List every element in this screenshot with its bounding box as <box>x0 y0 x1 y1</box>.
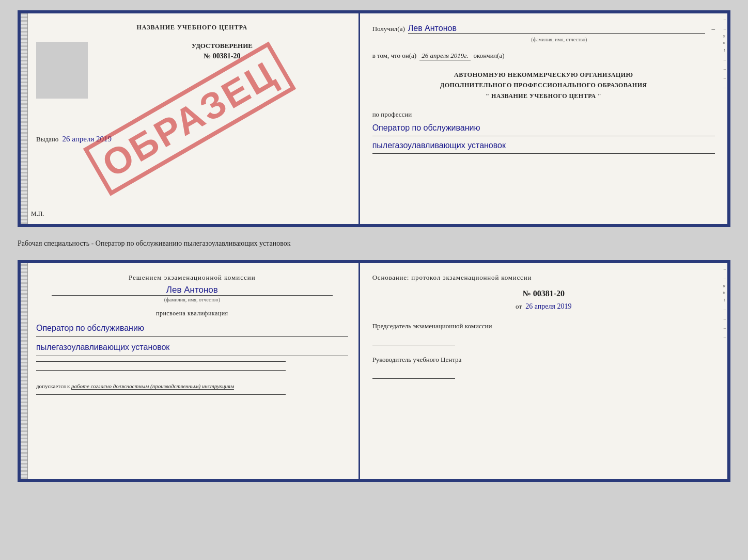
org-block: АВТОНОМНУЮ НЕКОММЕРЧЕСКУЮ ОРГАНИЗАЦИЮ ДО… <box>372 70 715 101</box>
top-document: НАЗВАНИЕ УЧЕБНОГО ЦЕНТРА УДОСТОВЕРЕНИЕ №… <box>18 10 730 227</box>
bottom-fio-subtitle: (фамилия, имя, отчество) <box>52 295 333 302</box>
dopusk-text: работе согласно должностным (производств… <box>71 383 234 390</box>
vtom-row: в том, что он(а) 26 апреля 2019г. окончи… <box>372 52 715 60</box>
udostoverenie-label: УДОСТОВЕРЕНИЕ <box>96 42 348 50</box>
sig-line-2 <box>36 370 286 371</box>
sig-line-3 <box>36 394 286 395</box>
bottom-document: Решением экзаменационной комиссии Лев Ан… <box>18 260 730 482</box>
bottom-doc-left: Решением экзаменационной комиссии Лев Ан… <box>21 263 360 479</box>
org-line1: АВТОНОМНУЮ НЕКОММЕРЧЕСКУЮ ОРГАНИЗАЦИЮ <box>372 70 715 80</box>
prisvoena-label: присвоена квалификация <box>36 310 348 317</box>
ot-label: от <box>516 302 522 310</box>
mp-label: М.П. <box>31 210 44 218</box>
chairman-block: Председатель экзаменационной комиссии <box>372 322 715 345</box>
vydano-date: 26 апреля 2019 <box>63 135 112 143</box>
doc-number: № 00381-20 <box>96 52 348 60</box>
vydano-label: Выдано <box>36 135 58 143</box>
bottom-date: 26 апреля 2019 <box>525 302 571 310</box>
dopuskaetsya-label: допускается к <box>36 383 70 389</box>
poluchil-label: Получил(а) <box>372 25 405 33</box>
chairman-sig-line <box>372 345 455 345</box>
protocol-number: № 00381-20 <box>372 289 715 298</box>
document-container: НАЗВАНИЕ УЧЕБНОГО ЦЕНТРА УДОСТОВЕРЕНИЕ №… <box>18 10 730 482</box>
middle-text: Рабочая специальность - Оператор по обсл… <box>18 235 730 252</box>
org-line3: " НАЗВАНИЕ УЧЕБНОГО ЦЕНТРА " <box>372 91 715 101</box>
dopuskaetsya-block: допускается к работе согласно должностны… <box>36 383 348 389</box>
top-doc-right: Получил(а) Лев Антонов – (фамилия, имя, … <box>360 13 727 224</box>
ot-date: от 26 апреля 2019 <box>372 302 715 311</box>
profession-line2: пылегазоулавливающих установок <box>372 138 715 154</box>
vtom-date: 26 апреля 2019г. <box>419 52 470 60</box>
rukovoditel-label: Руководитель учебного Центра <box>372 356 715 364</box>
profession-line1: Оператор по обслуживанию <box>372 121 715 136</box>
photo-placeholder <box>36 42 88 99</box>
training-center-title: НАЗВАНИЕ УЧЕБНОГО ЦЕНТРА <box>36 24 348 31</box>
recipient-name: Лев Антонов <box>408 24 706 34</box>
osnovanie-text: Основание: протокол экзаменационной коми… <box>372 274 715 282</box>
recipient-row: Получил(а) Лев Антонов – <box>372 24 715 34</box>
rukovoditel-sig-line <box>372 378 455 379</box>
resheniem-label: Решением экзаменационной комиссии <box>36 274 348 282</box>
bottom-edge-decoration: – – и а ← – – – – <box>722 263 727 479</box>
fio-subtitle-top: (фамилия, имя, отчество) <box>403 37 715 42</box>
vydano-row: Выдано 26 апреля 2019 <box>36 135 348 143</box>
edge-decoration: – – и а ← – – – – <box>722 13 727 224</box>
spine-decoration <box>21 13 28 224</box>
po-professii-label: по профессии <box>372 110 715 119</box>
bottom-spine-decoration <box>21 263 28 479</box>
chairman-label: Председатель экзаменационной комиссии <box>372 322 715 330</box>
top-doc-left: НАЗВАНИЕ УЧЕБНОГО ЦЕНТРА УДОСТОВЕРЕНИЕ №… <box>21 13 360 224</box>
vtom-label: в том, что он(а) <box>372 52 417 60</box>
qualification-line2: пылегазоулавливающих установок <box>36 340 348 356</box>
sig-line-1 <box>36 361 286 362</box>
bottom-doc-right: Основание: протокол экзаменационной коми… <box>360 263 727 479</box>
org-line2: ДОПОЛНИТЕЛЬНОГО ПРОФЕССИОНАЛЬНОГО ОБРАЗО… <box>372 80 715 90</box>
okoncil-label: окончил(а) <box>474 52 505 60</box>
bottom-name: Лев Антонов <box>36 285 348 295</box>
qualification-line1: Оператор по обслуживанию <box>36 321 348 337</box>
rukovoditel-block: Руководитель учебного Центра <box>372 356 715 379</box>
